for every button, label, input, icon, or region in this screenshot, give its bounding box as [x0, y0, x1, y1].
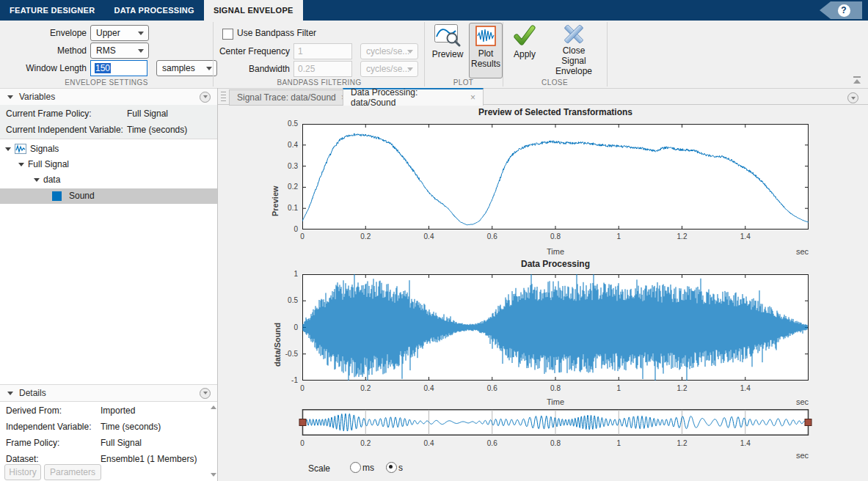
window-length-unit-dropdown[interactable]: samples	[156, 60, 217, 76]
scale-ms-radio[interactable]	[350, 462, 361, 473]
toolbar-separator	[607, 22, 608, 87]
scale-label: Scale	[308, 463, 330, 474]
independent-variable-value: Time (seconds)	[127, 122, 187, 138]
tab-group-grip[interactable]	[221, 92, 226, 102]
preview-chart[interactable]	[302, 124, 809, 230]
method-label: Method	[15, 43, 87, 59]
close-section-label: CLOSE	[503, 78, 607, 87]
apply-button[interactable]: Apply	[506, 25, 543, 76]
data-processing-x-unit: sec	[757, 397, 809, 406]
panner-right-handle[interactable]	[805, 419, 812, 426]
tree-label-sound: Sound	[69, 188, 95, 204]
collapse-caret-icon[interactable]	[7, 392, 13, 395]
collapse-caret-icon[interactable]	[7, 95, 13, 99]
tree-expand-caret-icon[interactable]	[34, 178, 40, 182]
frame-policy-label: Current Frame Policy:	[6, 106, 92, 122]
tree-expand-caret-icon[interactable]	[18, 163, 24, 166]
ribbon-tab-data-processing[interactable]: DATA PROCESSING	[104, 0, 203, 21]
tree-expand-caret-icon[interactable]	[5, 147, 11, 151]
chevron-down-icon	[138, 49, 144, 53]
bandpass-filtering-section-label: BANDPASS FILTERING	[242, 78, 396, 87]
scroll-down-icon[interactable]	[210, 471, 217, 478]
toolbar-separator	[213, 22, 214, 87]
toolbar-separator	[503, 22, 503, 87]
plot-results-label-line2: Results	[471, 59, 500, 69]
window-length-value: 150	[95, 63, 111, 73]
panner[interactable]	[299, 409, 812, 436]
chevron-down-icon	[206, 67, 212, 70]
data-processing-chart[interactable]	[302, 274, 809, 381]
panel-menu-icon[interactable]	[200, 92, 211, 103]
tab-data-processing[interactable]: Data Processing: data/Sound ×	[343, 88, 484, 106]
ribbon-tab-bar: FEATURE DESIGNER DATA PROCESSING SIGNAL …	[0, 0, 868, 21]
window-length-input[interactable]: 150	[90, 60, 147, 76]
plot-results-icon	[475, 26, 496, 46]
plot-results-button[interactable]: Plot Results	[469, 23, 503, 78]
tab-signal-trace[interactable]: Signal Trace: data/Sound ×	[229, 89, 358, 106]
left-panel: Variables Current Frame Policy: Full Sig…	[0, 88, 218, 481]
chevron-down-icon	[138, 32, 144, 35]
close-tab-icon[interactable]: ×	[470, 94, 475, 101]
close-signal-envelope-button[interactable]: Close Signal Envelope	[544, 25, 603, 76]
tree-row-full-signal[interactable]: Full Signal	[0, 157, 217, 172]
tree-row-data[interactable]: data	[0, 172, 217, 188]
tree-label-full-signal: Full Signal	[28, 157, 69, 172]
scale-s-label: s	[398, 463, 403, 473]
toolbar-separator	[424, 22, 425, 87]
chevron-down-icon	[407, 67, 413, 71]
tab-group-menu-icon[interactable]	[847, 92, 858, 103]
ribbon-tab-signal-envelope[interactable]: SIGNAL ENVELOPE	[204, 0, 303, 21]
use-bandpass-filter-checkbox[interactable]	[222, 29, 233, 40]
envelope-dropdown[interactable]: Upper	[90, 25, 149, 41]
preview-button[interactable]: Preview	[428, 23, 467, 76]
use-bandpass-filter-label: Use Bandpass Filter	[237, 25, 316, 41]
preview-xlabel: Time	[482, 247, 629, 256]
scroll-up-icon[interactable]	[210, 403, 217, 411]
chevron-down-icon	[407, 50, 413, 54]
tree-row-signals[interactable]: Signals	[0, 142, 217, 157]
tree-row-sound-selected[interactable]: Sound	[0, 188, 217, 204]
apply-button-label: Apply	[514, 49, 536, 59]
toolbar: Envelope Upper Method RMS Window Length …	[0, 21, 868, 89]
panel-menu-icon[interactable]	[200, 388, 211, 399]
history-button[interactable]: History	[4, 464, 41, 480]
bandwidth-label: Bandwidth	[218, 61, 290, 77]
details-frame-policy-label: Frame Policy:	[6, 435, 59, 451]
envelope-settings-section-label: ENVELOPE SETTINGS	[29, 78, 183, 87]
scale-s-radio[interactable]	[386, 462, 397, 473]
panner-x-unit: sec	[757, 451, 809, 460]
details-panel-header[interactable]: Details	[0, 384, 217, 402]
app-window: FEATURE DESIGNER DATA PROCESSING SIGNAL …	[0, 0, 868, 481]
plot-section-label: PLOT	[424, 78, 503, 87]
data-processing-chart-title: Data Processing	[335, 259, 776, 269]
parameters-button[interactable]: Parameters	[44, 464, 101, 480]
close-button-label-line2: Signal Envelope	[544, 56, 603, 76]
plot-results-label-line1: Plot	[478, 48, 494, 59]
derived-from-value: Imported	[101, 403, 135, 419]
center-frequency-label: Center Frequency	[218, 43, 290, 59]
signal-color-swatch	[52, 191, 62, 201]
dataset-value: Ensemble1 (1 Members)	[101, 451, 197, 467]
preview-icon	[434, 23, 462, 47]
preview-button-label: Preview	[432, 49, 464, 59]
panner-left-handle[interactable]	[299, 419, 306, 426]
bandwidth-input: 0.25	[293, 61, 352, 77]
bandwidth-value: 0.25	[298, 64, 315, 74]
details-frame-policy-value: Full Signal	[101, 435, 142, 451]
preview-chart-title: Preview of Selected Transformations	[335, 107, 776, 117]
tree-label-signals: Signals	[30, 142, 59, 157]
close-button-label-line1: Close	[563, 45, 586, 56]
method-dropdown[interactable]: RMS	[90, 43, 149, 59]
apply-check-icon	[514, 25, 536, 47]
envelope-label: Envelope	[15, 25, 87, 41]
scale-ms-label: ms	[362, 463, 374, 473]
collapse-ribbon-icon[interactable]	[852, 76, 862, 85]
help-button[interactable]: ?	[820, 1, 862, 19]
ribbon-tab-feature-designer[interactable]: FEATURE DESIGNER	[0, 0, 104, 21]
tab-data-processing-label: Data Processing: data/Sound	[351, 87, 465, 108]
frame-policy-value: Full Signal	[127, 106, 168, 122]
center-frequency-value: 1	[298, 46, 303, 56]
variables-panel-header[interactable]: Variables	[0, 88, 217, 106]
bandwidth-unit: cycles/se...	[366, 64, 409, 74]
window-length-unit: samples	[162, 63, 195, 73]
